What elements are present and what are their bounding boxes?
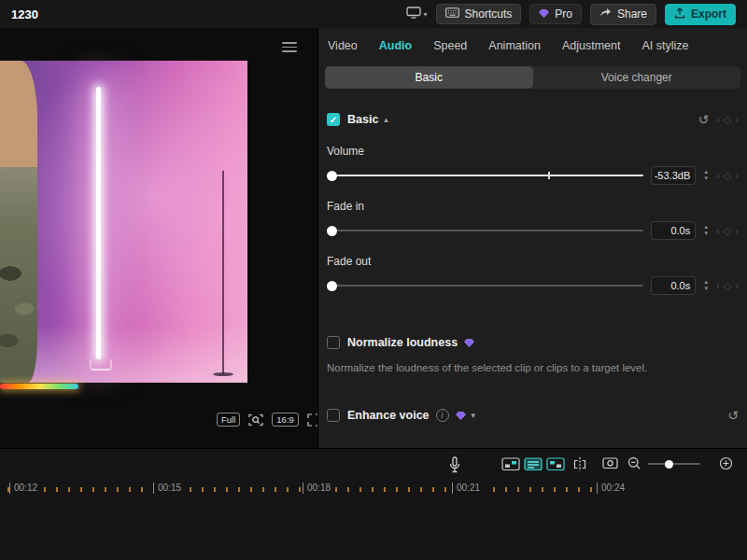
keyframe-diamond-icon[interactable]: ◇ [724,170,731,182]
info-icon[interactable]: i [436,409,449,422]
timeline-zoom-slider-handle[interactable] [665,460,673,469]
track-view-icon-1[interactable] [501,456,520,472]
basic-section-label: Basic [347,113,378,126]
shortcuts-button[interactable]: Shortcuts [436,4,522,24]
keyframe-next-icon[interactable]: › [735,114,739,125]
step-down-icon[interactable]: ▼ [703,231,709,236]
keyframe-diamond-icon[interactable]: ◇ [724,114,731,126]
volume-slider[interactable] [327,170,643,182]
pro-label: Pro [555,7,572,21]
step-down-icon[interactable]: ▼ [703,176,709,181]
volume-value[interactable]: -53.3dB [651,166,696,185]
volume-label: Volume [327,145,739,158]
aspect-ratio-button[interactable]: 16:9 [272,413,299,427]
fade-in-stepper[interactable]: ▲ ▼ [703,225,709,236]
properties-panel: Video Audio Speed Animation Adjustment A… [317,28,747,448]
audio-subtabs: Basic Voice changer [325,66,740,89]
track-view-icon-3[interactable] [546,456,565,472]
keyframe-diamond-icon[interactable]: ◇ [724,280,731,292]
tab-ai-stylize[interactable]: AI stylize [641,39,688,52]
volume-slider-handle[interactable] [327,171,337,181]
video-floor-led [0,384,78,389]
split-clip-icon[interactable] [572,456,587,472]
reset-icon[interactable]: ↺ [698,113,709,126]
zoom-fit-icon[interactable] [248,413,263,427]
keyframe-prev-icon[interactable]: ‹ [716,225,720,236]
fade-in-slider-handle[interactable] [327,226,337,236]
full-size-button[interactable]: Full [217,413,240,427]
step-up-icon[interactable]: ▲ [703,225,709,230]
basic-checkbox[interactable]: ✓ [327,113,340,126]
volume-stepper[interactable]: ▲ ▼ [703,170,709,181]
time-marker: 00:18 [303,483,333,494]
video-led-stand [90,359,112,371]
zoom-in-icon[interactable] [719,456,733,470]
keyframe-next-icon[interactable]: › [735,225,739,236]
video-led-tube [96,87,101,359]
player-preview-area: Full 16:9 [0,28,317,448]
fade-in-slider[interactable] [327,225,643,237]
tab-audio[interactable]: Audio [379,39,412,52]
subtab-basic[interactable]: Basic [325,66,533,89]
basic-section-header: ✓ Basic ▴ ↺ ‹ ◇ › [327,113,739,126]
step-up-icon[interactable]: ▲ [703,170,709,175]
screen-record-icon[interactable] [602,456,618,470]
track-view-icon-2-active[interactable] [524,456,543,472]
expand-icon[interactable]: ▾ [472,411,476,420]
tab-video[interactable]: Video [328,39,358,52]
step-down-icon[interactable]: ▼ [703,287,709,291]
check-icon: ✓ [330,115,337,125]
fade-out-value[interactable]: 0.0s [651,276,696,295]
timeline-ruler[interactable]: 00:12 00:15 00:18 00:21 00:24 [0,480,747,498]
fade-out-slider-handle[interactable] [327,281,337,291]
reset-icon[interactable]: ↺ [727,409,739,422]
keyframe-next-icon[interactable]: › [735,170,739,181]
player-menu-icon[interactable] [282,39,297,55]
normalize-loudness-checkbox[interactable] [327,336,340,349]
fade-in-value[interactable]: 0.0s [651,221,696,240]
keyframe-prev-icon[interactable]: ‹ [716,170,720,181]
timeline-zoom-slider[interactable] [648,463,700,465]
keyframe-next-icon[interactable]: › [735,280,739,291]
normalize-loudness-label: Normalize loudness [347,336,458,349]
pro-gem-icon [464,334,474,351]
fullscreen-icon[interactable] [307,413,317,427]
keyframe-diamond-icon[interactable]: ◇ [724,225,731,237]
keyframe-prev-icon[interactable]: ‹ [716,280,720,291]
tab-speed[interactable]: Speed [433,39,467,52]
monitor-icon [406,6,421,22]
tab-adjustment[interactable]: Adjustment [562,39,621,52]
panel-tabs: Video Audio Speed Animation Adjustment A… [318,28,747,52]
share-label: Share [617,7,647,21]
keyboard-icon [445,7,459,21]
video-frame[interactable] [0,61,247,383]
share-icon [599,7,612,21]
pro-button[interactable]: Pro [529,4,582,24]
video-lamp-pole [222,171,224,374]
fade-out-slider[interactable] [327,280,643,292]
record-voiceover-icon[interactable] [448,456,461,473]
volume-default-tick [548,172,550,179]
step-up-icon[interactable]: ▲ [703,280,709,285]
keyframe-prev-icon[interactable]: ‹ [716,114,720,125]
export-button[interactable]: Export [665,4,736,25]
time-marker: 00:12 [9,483,40,494]
export-label: Export [691,7,726,21]
fade-in-label: Fade in [327,200,739,213]
enhance-voice-checkbox[interactable] [327,409,340,422]
share-button[interactable]: Share [590,4,656,25]
pro-gem-icon [539,7,549,21]
timeline-area[interactable]: 00:12 00:15 00:18 00:21 00:24 [0,448,747,560]
tab-animation[interactable]: Animation [488,39,541,52]
video-person [0,61,37,383]
pro-gem-icon [456,407,466,424]
subtab-voice-changer[interactable]: Voice changer [533,66,741,89]
display-mode-button[interactable]: ▾ [406,6,428,22]
zoom-out-icon[interactable] [627,456,641,470]
enhance-voice-label: Enhance voice [347,409,430,422]
top-bar: 1230 ▾ Shortcuts Pro Share [0,0,747,28]
fade-out-stepper[interactable]: ▲ ▼ [703,280,709,291]
collapse-icon[interactable]: ▴ [384,115,388,124]
fade-out-label: Fade out [327,255,739,268]
normalize-loudness-row: Normalize loudness [327,334,739,351]
